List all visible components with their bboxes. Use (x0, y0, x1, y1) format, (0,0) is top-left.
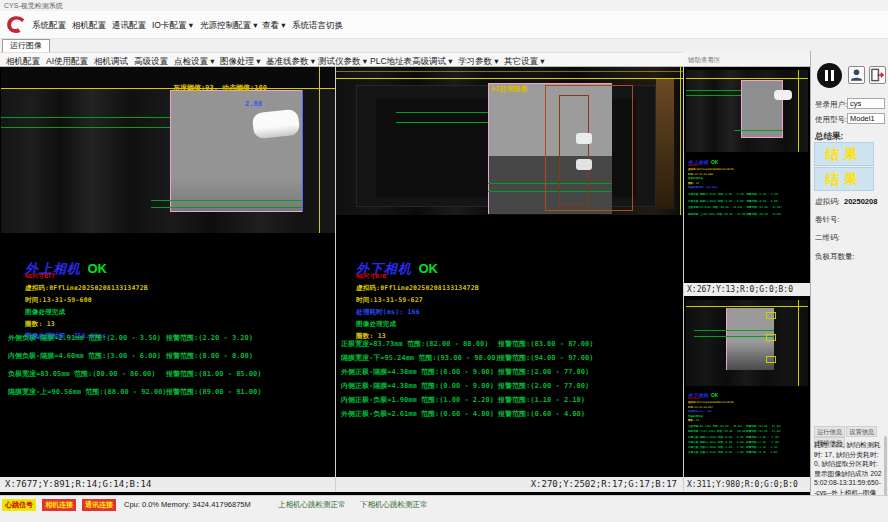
window-title: CYS-视觉检测系统 (4, 2, 63, 9)
defect-marker (766, 356, 776, 363)
measurement-row: 外侧正极-隔膜=4.38mm 范围:(0.00 - 9.00) 报警范围:(2.… (341, 367, 681, 381)
thumb-bottom-readout: X:311;Y:980;R:0;G:0;B:0 (684, 477, 810, 492)
measurement-text: 内侧正极-隔膜=4.38mm 范围:(0.00 - 9.00) (688, 440, 745, 444)
upper-cam-heartbeat-text: 上相机心跳检测正常 (278, 500, 346, 510)
user-button[interactable] (848, 66, 865, 84)
virtual-code-value: 20250208 (844, 197, 877, 206)
turns-label: 圈数: 13 (688, 182, 810, 185)
thumbnail-bottom[interactable]: 外下相机 OK NG尺寸B/B 虚拟码:0Ffline2025020813313… (684, 296, 810, 477)
measurement-alarm: 报警范围:(0.60 - 4.00) (746, 450, 778, 454)
edge-line-green (151, 200, 303, 201)
reference-line-yellow (686, 78, 808, 79)
probe-object (774, 90, 792, 100)
thumbnail-bottom-scene (686, 300, 808, 386)
measurement-text: 正极宽度=83.73mm 范围:(82.00 - 88.00) (341, 339, 488, 349)
measurement-text: 外侧负极-隔膜=2.91mm 范围:(2.00 - 3.50) (688, 192, 745, 196)
measurement-alarm: 报警范围:(81.00 - 85.00) (746, 206, 781, 210)
measurement-alarm: 报警范围:(1.10 - 2.10) (746, 445, 778, 449)
measurement-alarm: 报警范围:(2.00 - 77.00) (746, 435, 780, 439)
reference-line-yellow (1, 88, 335, 89)
measurement-text: 负极宽度=83.05mm 范围:(80.00 - 86.00) (688, 206, 743, 210)
measurement-alarm: 报警范围:(2.00 - 77.00) (498, 381, 589, 391)
edge-line-green (151, 207, 303, 208)
left-cursor-readout: X:7677;Y:891;R:14;G:14;B:14 (0, 477, 335, 492)
model-value[interactable]: Model1 (847, 113, 885, 124)
measurement-text: 隔膜宽度-上=90.56mm 范围:(88.00 - 92.00) (8, 387, 167, 397)
virtual-code-label: 虚拟码:0Ffline2025020813313472B (356, 284, 479, 293)
measurement-alarm: 报警范围:(2.00 - 77.00) (746, 440, 780, 444)
login-user-value[interactable]: cys (847, 98, 885, 109)
thumbnail-top[interactable]: 外上相机 OK NG尺寸BTT 虚拟码:0Ffline2025020813313… (684, 67, 810, 283)
measurement-text: 内侧正极-负极=1.90mm 范围:(1.00 - 2.20) (341, 395, 494, 405)
camera-image-left[interactable]: 灰度阈值:93, 动态阈值:100 2.88 (1, 67, 335, 233)
measurement-text: 隔膜宽度-下=95.24mm 范围:(93.00 - 98.00) (341, 353, 500, 363)
defect-marker (766, 312, 776, 319)
mid-cursor-readout: X:270;Y:2502;R:17;G:17;B:17 (336, 477, 683, 492)
tab-run-image[interactable]: 运行图像 (2, 39, 50, 52)
measure-tag-label: 2.88 (245, 100, 262, 108)
log-tab-settings[interactable]: 设置信息 (846, 426, 877, 437)
pause-icon (825, 70, 828, 81)
probe-object (252, 109, 300, 140)
measurement-row: 隔膜宽度-下=95.24mm 范围:(93.00 - 98.00) 报警范围:(… (341, 353, 681, 367)
measurement-alarm: 报警范围:(2.20 - 3.20) (746, 192, 778, 196)
measurement-alarm: 报警范围:(89.00 - 91.00) (166, 387, 261, 397)
measurement-alarm: 报警范围:(1.10 - 2.10) (498, 395, 585, 405)
menu-io-config[interactable]: IO卡配置 ▾ (152, 20, 193, 32)
sidebar: 登录用户: cys 使用型号: Model1 总结果: 结果 结果 虚拟码: 2… (810, 51, 888, 495)
measurement-text: 隔膜宽度-上=90.56mm 范围:(88.00 - 92.00) (688, 212, 747, 216)
menu-system-config[interactable]: 系统配置 (32, 20, 66, 32)
logout-icon (870, 67, 885, 83)
measurement-text: 外侧正极-负极=2.61mm 范围:(0.60 - 4.00) (688, 450, 745, 454)
menu-light-config[interactable]: 光源控制配置 ▾ (200, 20, 258, 32)
needle-number-label: 卷针号: (815, 215, 840, 225)
menu-comm-config[interactable]: 通讯配置 (112, 20, 146, 32)
measurement-text: 内侧负极-隔膜=4.60mm 范围:(3.00 - 6.00) (8, 351, 161, 361)
menu-camera-config[interactable]: 相机配置 (72, 20, 106, 32)
process-done-label: 图像处理完成 (25, 308, 148, 317)
measurement-text: 外侧正极-隔膜=4.38mm 范围:(0.00 - 9.00) (688, 435, 745, 439)
virtual-code-label: 虚拟码:0Ffline2025020813313472B (25, 284, 148, 293)
measurement-alarm: 报警范围:(0.60 - 4.00) (498, 409, 585, 419)
electrode-region-box (170, 90, 303, 212)
reference-line-yellow (336, 78, 683, 79)
result-badge-1: 结果 (814, 142, 874, 166)
model-label: 使用型号: (815, 115, 847, 125)
mid-cam-overlay: 外下相机 OK NG尺寸B/B 虚拟码:0Ffline2025020813313… (356, 259, 479, 341)
virtual-code-label: 虚拟码: (815, 197, 840, 207)
ai-overlay-label: AI处理图像 (491, 84, 527, 94)
measurement-alarm: 报警范围:(89.00 - 91.00) (746, 212, 781, 216)
menu-view[interactable]: 查看 ▾ (262, 20, 286, 32)
edge-line-green (734, 130, 783, 131)
measurement-row: 内侧正极-隔膜=4.38mm 范围:(0.00 - 9.00) 报警范围:(2.… (341, 381, 681, 395)
menu-bar: 系统配置 相机配置 通讯配置 IO卡配置 ▾ 光源控制配置 ▾ 查看 ▾ 系统语… (0, 11, 888, 39)
measurement-alarm: 报警范围:(2.20 - 3.20) (166, 333, 253, 343)
time-label: 时间:13-31-59-600 (688, 173, 810, 176)
reference-line-yellow (336, 71, 683, 72)
defect-marker (766, 334, 776, 341)
process-time-label: 图像处理时间: 256.00ms (688, 186, 810, 189)
measurement-alarm: 报警范围:(83.00 - 87.00) (498, 339, 593, 349)
menu-language-switch[interactable]: 系统语言切换 (292, 20, 343, 32)
lower-cam-heartbeat-text: 下相机心跳检测正常 (360, 500, 428, 510)
title-bar: CYS-视觉检测系统 (0, 0, 888, 11)
logout-button[interactable] (869, 66, 886, 84)
mid-cam-measurements: 正极宽度=83.73mm 范围:(82.00 - 88.00) 报警范围:(83… (341, 339, 681, 423)
measurement-text: 正极宽度=83.73mm 范围:(82.00 - 88.00) (688, 425, 743, 429)
log-tab-run[interactable]: 运行信息 (814, 426, 845, 437)
pause-button[interactable] (817, 63, 842, 88)
status-bar: 心跳信号 相机连接 通讯连接 Cpu: 0.0% Memory: 3424.41… (0, 495, 888, 522)
process-time-label: 处理耗时(ms): 166 (356, 308, 479, 317)
measurement-text: 外侧正极-隔膜=4.38mm 范围:(0.00 - 9.00) (341, 367, 494, 377)
measurement-alarm: 报警范围:(83.00 - 87.00) (746, 425, 781, 429)
measurement-text: 隔膜宽度-下=95.24mm 范围:(93.00 - 98.00) (688, 430, 747, 434)
image-top-band (1, 67, 335, 88)
camera-image-mid[interactable]: AI处理图像 (336, 67, 683, 215)
result-ok-label: OK (711, 393, 718, 399)
thumbnail-top-scene (686, 70, 808, 152)
sidebar-scrollbar[interactable] (884, 436, 887, 496)
roi-box-orange-inner (559, 95, 589, 205)
edge-line-green (694, 336, 774, 337)
machinery-bright-edge (656, 79, 674, 209)
left-cam-measurements: 外侧负极-隔膜=2.91mm 范围:(2.00 - 3.50) 报警范围:(2.… (8, 333, 334, 405)
